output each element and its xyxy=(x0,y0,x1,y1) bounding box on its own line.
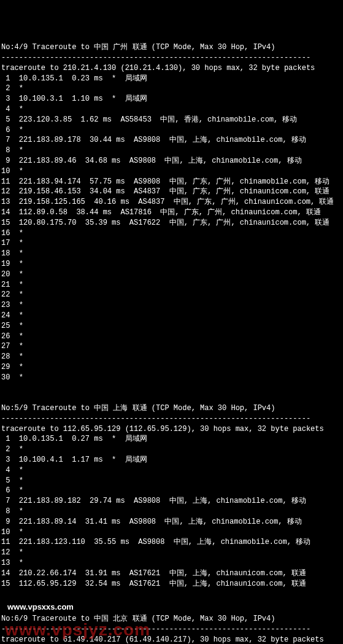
hop-line: 11 221.183.94.174 57.75 ms AS9808 中国, 广东… xyxy=(1,177,342,187)
hop-line: 28 * xyxy=(1,352,342,362)
hop-line: 13 219.158.125.165 40.16 ms AS4837 中国, 广… xyxy=(1,197,342,208)
hop-line: 16 * xyxy=(1,228,342,239)
hop-line: 10 * xyxy=(1,166,342,177)
hop-line: 7 221.183.89.182 29.74 ms AS9808 中国, 上海,… xyxy=(1,496,342,506)
hop-line: 30 * xyxy=(1,373,342,383)
hop-line: 5 * xyxy=(1,476,342,486)
hop-line: 9 221.183.89.46 34.68 ms AS9808 中国, 上海, … xyxy=(1,156,342,166)
blank-line xyxy=(1,382,342,393)
hop-line: 22 * xyxy=(1,290,342,300)
hop-line: 7 221.183.89.178 30.44 ms AS9808 中国, 上海,… xyxy=(1,135,342,145)
hop-line: 26 * xyxy=(1,332,342,342)
hop-line: 14 210.22.66.174 31.91 ms AS17621 中国, 上海… xyxy=(1,568,342,579)
watermark-overlay: www.vpsjyz.com xyxy=(5,618,150,642)
hop-line: 4 * xyxy=(1,104,342,115)
blank-line xyxy=(1,393,342,403)
hop-line: 1 10.0.135.1 0.27 ms * 局域网 xyxy=(1,434,342,444)
hop-line: 24 * xyxy=(1,311,342,321)
trace-header: No:5/9 Traceroute to 中国 上海 联通 (TCP Mode,… xyxy=(1,403,342,414)
hop-line: 25 * xyxy=(1,321,342,332)
hop-line: 20 * xyxy=(1,270,342,280)
hop-line: 14 112.89.0.58 38.44 ms AS17816 中国, 广东, … xyxy=(1,208,342,218)
blank-line xyxy=(1,589,342,599)
hop-line: 2 * xyxy=(1,444,342,455)
hop-line: 27 * xyxy=(1,341,342,352)
hop-line: 8 * xyxy=(1,506,342,517)
hop-line: 5 223.120.3.85 1.62 ms AS58453 中国, 香港, c… xyxy=(1,115,342,125)
terminal-output: No:4/9 Traceroute to 中国 广州 联通 (TCP Mode,… xyxy=(1,42,342,644)
hop-line: 10 * xyxy=(1,527,342,538)
hop-line: 21 * xyxy=(1,280,342,290)
hop-line: 15 120.80.175.70 35.39 ms AS17622 中国, 广东… xyxy=(1,218,342,228)
hop-line: 1 10.0.135.1 0.23 ms * 局域网 xyxy=(1,74,342,84)
hop-line: 29 * xyxy=(1,362,342,373)
hop-line: 6 * xyxy=(1,125,342,136)
hop-line: 2 * xyxy=(1,83,342,94)
trace-target: traceroute to 112.65.95.129 (112.65.95.1… xyxy=(1,424,342,435)
hop-line: 9 221.183.89.14 31.41 ms AS9808 中国, 上海, … xyxy=(1,517,342,527)
dash-line: ----------------------------------------… xyxy=(1,53,342,63)
hop-line: 12 219.158.46.153 34.04 ms AS4837 中国, 广东… xyxy=(1,187,342,197)
hop-line: 8 * xyxy=(1,145,342,156)
trace-header: No:4/9 Traceroute to 中国 广州 联通 (TCP Mode,… xyxy=(1,42,342,53)
hop-line: 3 10.100.4.1 1.17 ms * 局域网 xyxy=(1,455,342,465)
hop-line: 13 * xyxy=(1,558,342,568)
trace-target: traceroute to 210.21.4.130 (210.21.4.130… xyxy=(1,63,342,74)
hop-line: 23 * xyxy=(1,300,342,311)
watermark-text: www.vpsxxs.com xyxy=(1,599,342,614)
hop-line: 15 112.65.95.129 32.54 ms AS17621 中国, 上海… xyxy=(1,579,342,589)
hop-line: 12 * xyxy=(1,548,342,558)
hop-line: 19 * xyxy=(1,259,342,270)
hop-line: 6 * xyxy=(1,486,342,496)
hop-line: 4 * xyxy=(1,465,342,476)
hop-line: 17 * xyxy=(1,238,342,249)
hop-line: 18 * xyxy=(1,249,342,259)
hop-line: 3 10.100.3.1 1.10 ms * 局域网 xyxy=(1,94,342,104)
dash-line: ----------------------------------------… xyxy=(1,414,342,424)
hop-line: 11 221.183.123.110 35.55 ms AS9808 中国, 上… xyxy=(1,537,342,548)
